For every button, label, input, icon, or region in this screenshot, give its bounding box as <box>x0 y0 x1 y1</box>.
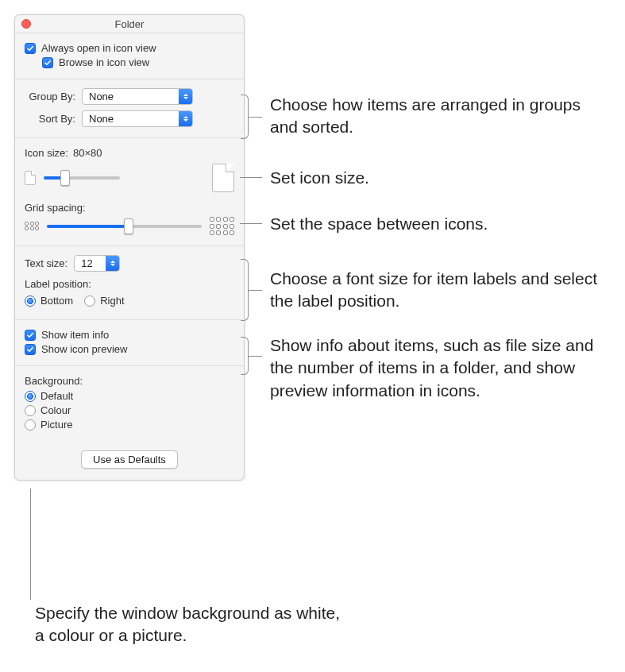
callout-leader <box>240 177 262 178</box>
radio-label: Right <box>100 295 124 307</box>
view-options-panel: Folder Always open in icon view Browse i… <box>14 14 245 481</box>
radio-colour[interactable]: Colour <box>25 404 234 416</box>
radio-bottom[interactable]: Bottom <box>25 295 73 307</box>
callout-background: Specify the window background as white, … <box>35 602 353 647</box>
file-icon <box>25 171 36 185</box>
grid-loose-icon <box>210 217 235 235</box>
file-icon <box>212 164 234 192</box>
radio-label: Default <box>41 390 73 402</box>
checkbox-show-icon-preview[interactable]: Show icon preview <box>25 343 234 355</box>
checkbox-label: Show icon preview <box>41 343 127 355</box>
callout-grid-spacing: Set the space between icons. <box>270 213 488 235</box>
radio-right[interactable]: Right <box>84 295 124 307</box>
callout-bracket <box>241 337 249 375</box>
checkmark-icon <box>25 330 36 341</box>
radio-label: Bottom <box>41 295 73 307</box>
section-text: Text size: 12 Label position: Bottom Rig… <box>15 246 244 320</box>
checkmark-icon <box>25 43 36 54</box>
popup-value: 12 <box>81 257 92 269</box>
checkbox-label: Always open in icon view <box>41 42 156 54</box>
grid-spacing-slider[interactable] <box>47 225 202 228</box>
callout-leader <box>249 290 262 291</box>
text-size-label: Text size: <box>25 257 68 269</box>
radio-label: Colour <box>41 404 71 416</box>
callout-text-label: Choose a font size for item labels and s… <box>270 268 611 313</box>
callout-leader <box>249 117 262 118</box>
callout-sort: Choose how items are arranged in groups … <box>270 94 611 139</box>
sort-by-label: Sort By: <box>25 113 82 125</box>
checkmark-icon <box>42 57 53 68</box>
chevron-up-down-icon <box>179 111 192 126</box>
checkbox-always-open[interactable]: Always open in icon view <box>25 42 234 54</box>
checkbox-label: Browse in icon view <box>59 56 149 68</box>
checkbox-show-item-info[interactable]: Show item info <box>25 329 234 341</box>
popup-value: None <box>89 113 114 125</box>
section-info: Show item info Show icon preview <box>15 320 244 366</box>
label-position-label: Label position: <box>25 278 91 290</box>
icon-size-value: 80×80 <box>73 147 102 159</box>
radio-icon <box>25 295 36 307</box>
titlebar: Folder <box>15 15 244 33</box>
callout-item-info: Show info about items, such as file size… <box>270 334 611 402</box>
section-icon-size: Icon size: 80×80 Grid spacing: <box>15 138 244 246</box>
text-size-popup[interactable]: 12 <box>74 255 120 272</box>
icon-size-slider[interactable] <box>44 176 120 180</box>
icon-size-label: Icon size: <box>25 147 68 159</box>
window-title: Folder <box>15 18 244 30</box>
section-background: Background: Default Colour Picture <box>15 366 244 436</box>
section-sort: Group By: None Sort By: None <box>15 79 244 138</box>
popup-value: None <box>89 91 114 102</box>
callout-leader <box>240 223 262 224</box>
footer: Use as Defaults <box>15 436 244 480</box>
button-label: Use as Defaults <box>93 454 166 465</box>
checkbox-label: Show item info <box>41 329 109 341</box>
radio-picture[interactable]: Picture <box>25 419 234 431</box>
callout-bracket <box>241 259 249 321</box>
sort-by-popup[interactable]: None <box>82 110 193 127</box>
chevron-up-down-icon <box>106 256 119 271</box>
checkmark-icon <box>25 344 36 355</box>
group-by-popup[interactable]: None <box>82 88 193 105</box>
background-heading: Background: <box>25 375 83 387</box>
callout-leader <box>30 489 31 600</box>
checkbox-browse-in-icon[interactable]: Browse in icon view <box>25 56 234 68</box>
use-as-defaults-button[interactable]: Use as Defaults <box>81 450 178 469</box>
radio-icon <box>25 405 36 416</box>
chevron-up-down-icon <box>179 89 192 104</box>
grid-spacing-label: Grid spacing: <box>25 202 86 214</box>
group-by-label: Group By: <box>25 91 82 102</box>
radio-icon <box>84 295 95 307</box>
callout-bracket <box>241 95 249 139</box>
radio-icon <box>25 391 36 402</box>
callout-leader <box>249 356 262 357</box>
radio-icon <box>25 419 36 431</box>
grid-tight-icon <box>25 222 39 231</box>
radio-default[interactable]: Default <box>25 390 234 402</box>
callout-icon-size: Set icon size. <box>270 167 369 189</box>
radio-label: Picture <box>41 419 72 431</box>
section-view-mode: Always open in icon view Browse in icon … <box>15 33 244 79</box>
